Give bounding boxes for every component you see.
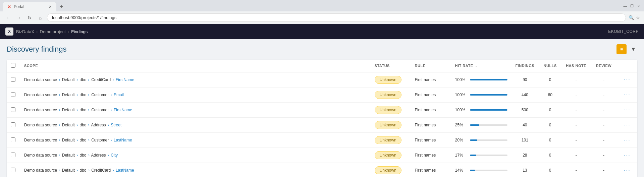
select-all-checkbox[interactable] — [11, 63, 15, 68]
col-header-findings[interactable]: FINDINGS — [512, 60, 539, 72]
home-btn[interactable]: ⌂ — [36, 14, 44, 22]
row-findings: 40 — [512, 118, 539, 133]
row-checkbox[interactable] — [11, 92, 15, 97]
row-status: Unknown — [371, 118, 411, 133]
scope-part: dbo — [79, 93, 86, 97]
row-has-note: - — [562, 163, 590, 177]
row-checkbox[interactable] — [11, 153, 15, 157]
scope-part: Demo data source — [24, 138, 57, 142]
row-actions-btn[interactable]: ··· — [624, 122, 630, 128]
toggle-btn[interactable]: ≡ — [616, 44, 627, 54]
scope-part: Default — [62, 123, 75, 127]
hit-rate-label: 100% — [455, 77, 467, 82]
scope-part: FirstName — [114, 108, 132, 112]
table-row: Demo data source › Default › dbo › Addre… — [7, 118, 637, 133]
scope-part: dbo — [79, 108, 86, 112]
row-rule: First names — [411, 163, 451, 177]
findings-table: SCOPE STATUS RULE HIT RATE ↓ FINDINGS NU… — [7, 60, 637, 177]
scope-sep: › — [88, 168, 90, 173]
scope-sep: › — [108, 153, 109, 158]
row-actions: ··· — [617, 118, 637, 133]
row-actions-btn[interactable]: ··· — [624, 77, 630, 82]
row-actions: ··· — [617, 103, 637, 118]
row-checkbox[interactable] — [11, 137, 15, 142]
table-row: Demo data source › Default › dbo › Custo… — [7, 133, 637, 148]
row-status: Unknown — [371, 72, 411, 87]
table-row: Demo data source › Default › dbo › Credi… — [7, 72, 637, 87]
hit-rate-bar-fill — [470, 124, 479, 126]
row-findings: 28 — [512, 148, 539, 163]
row-has-note: - — [562, 148, 590, 163]
maximize-btn[interactable]: ❐ — [629, 3, 635, 9]
row-scope: Demo data source › Default › dbo › Custo… — [20, 103, 371, 118]
close-btn[interactable]: × — [636, 3, 641, 9]
forward-btn[interactable]: → — [15, 14, 23, 22]
row-nulls: 0 — [538, 118, 562, 133]
hit-rate-container: 100% — [455, 93, 507, 97]
scope-part: dbo — [79, 153, 86, 158]
status-badge: Unknown — [375, 76, 401, 84]
breadcrumb-demo-project[interactable]: Demo project — [40, 29, 66, 34]
col-header-review[interactable]: REVIEW — [590, 60, 617, 72]
row-findings: 440 — [512, 87, 539, 103]
hit-rate-bar-bg — [470, 94, 507, 96]
minimize-btn[interactable]: — — [623, 3, 628, 9]
filter-btn[interactable]: ▼ — [629, 45, 637, 54]
page-title: Discovery findings — [7, 45, 616, 54]
breadcrumb-findings[interactable]: Findings — [71, 29, 88, 34]
row-actions: ··· — [617, 72, 637, 87]
row-actions-btn[interactable]: ··· — [624, 92, 630, 98]
row-actions-btn[interactable]: ··· — [624, 167, 630, 173]
row-checkbox[interactable] — [11, 107, 15, 112]
col-header-hasnote[interactable]: HAS NOTE — [562, 60, 590, 72]
col-header-hitrate[interactable]: HIT RATE ↓ — [451, 60, 512, 72]
url-input[interactable] — [47, 13, 626, 22]
hit-rate-bar-fill — [470, 170, 475, 171]
row-actions-btn[interactable]: ··· — [624, 137, 630, 143]
row-hitrate: 14% — [451, 163, 512, 177]
scope-part: Customer — [91, 93, 109, 97]
row-findings: 90 — [512, 72, 539, 87]
scope-path: Demo data source › Default › dbo › Custo… — [24, 138, 132, 142]
back-btn[interactable]: ← — [4, 14, 12, 22]
scope-sep: › — [59, 77, 60, 82]
app-header: X BizDataX › Demo project › Findings EKO… — [0, 24, 644, 39]
scope-part: Default — [62, 138, 75, 142]
row-actions: ··· — [617, 163, 637, 177]
col-header-scope[interactable]: SCOPE — [20, 60, 371, 72]
scope-part: dbo — [79, 123, 86, 127]
hit-rate-label: 100% — [455, 93, 467, 97]
browser-tab[interactable]: ✕ Portal × — [3, 2, 56, 11]
col-header-nulls[interactable]: NULLS — [538, 60, 562, 72]
tab-close-btn[interactable]: × — [49, 4, 52, 9]
scope-sep: › — [76, 77, 78, 82]
reload-btn[interactable]: ↻ — [25, 14, 34, 22]
breadcrumb-bizdatax[interactable]: BizDataX — [16, 29, 34, 34]
status-badge: Unknown — [375, 91, 401, 99]
col-header-status[interactable]: STATUS — [371, 60, 411, 72]
row-checkbox[interactable] — [11, 122, 15, 127]
scope-part: Default — [62, 168, 75, 173]
table-row: Demo data source › Default › dbo › Custo… — [7, 87, 637, 103]
row-actions-btn[interactable]: ··· — [624, 107, 630, 113]
scope-part: LastName — [114, 138, 132, 142]
scope-sep: › — [111, 93, 112, 97]
scope-part: CreditCard — [91, 77, 111, 82]
row-rule: First names — [411, 87, 451, 103]
scope-sep: › — [59, 153, 60, 158]
scope-part: Address — [91, 153, 106, 158]
scope-part: Demo data source — [24, 168, 57, 173]
address-bar: ← → ↻ ⌂ 🔍 ☆ — [0, 11, 644, 24]
row-rule: First names — [411, 133, 451, 148]
row-checkbox[interactable] — [11, 77, 15, 82]
new-tab-btn[interactable]: + — [58, 3, 65, 10]
scope-path: Demo data source › Default › dbo › Custo… — [24, 108, 132, 112]
row-actions-btn[interactable]: ··· — [624, 152, 630, 158]
hit-rate-bar-fill — [470, 94, 507, 96]
scope-sep: › — [59, 168, 60, 173]
bookmark-icon[interactable]: ☆ — [636, 15, 640, 20]
col-header-rule[interactable]: RULE — [411, 60, 451, 72]
row-rule: First names — [411, 103, 451, 118]
row-hitrate: 100% — [451, 87, 512, 103]
row-checkbox[interactable] — [11, 168, 15, 172]
